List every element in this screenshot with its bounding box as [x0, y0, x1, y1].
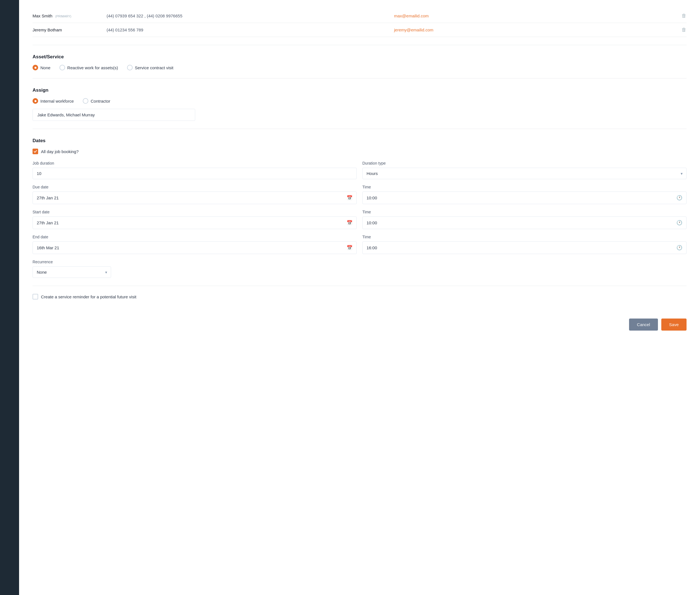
contact-name-text-1: Max Smith	[32, 13, 52, 18]
all-day-label: All day job booking?	[41, 149, 79, 154]
recurrence-select[interactable]: None Daily Weekly Monthly	[32, 266, 111, 278]
asset-none-label: None	[40, 65, 51, 70]
start-date-input-wrapper: 📅	[32, 217, 357, 229]
asset-service-contract-label: Service contract visit	[135, 65, 174, 70]
due-date-input-wrapper: 📅	[32, 192, 357, 204]
due-time-input[interactable]	[367, 195, 676, 200]
checkmark-icon	[34, 150, 37, 153]
start-time-clock-icon[interactable]: 🕐	[676, 220, 682, 226]
job-duration-input[interactable]	[32, 168, 357, 179]
asset-none-option[interactable]: None	[32, 65, 51, 70]
contact-email-1[interactable]: max@emailid.com	[394, 13, 675, 18]
start-time-group: Time 🕐	[362, 210, 687, 229]
all-day-checkbox[interactable]	[32, 149, 38, 154]
duration-type-select-wrapper: Hours Days Weeks	[362, 168, 687, 179]
dates-section-label: Dates	[32, 138, 687, 144]
start-time-input-wrapper: 🕐	[362, 217, 687, 229]
contact-phone-1: (44) 07939 654 322 , (44) 0208 9976655	[107, 13, 387, 18]
delete-contact-1[interactable]: 🗑	[681, 13, 687, 19]
start-date-calendar-icon[interactable]: 📅	[347, 220, 353, 226]
recurrence-group: Recurrence None Daily Weekly Monthly	[32, 260, 111, 278]
duration-type-group: Duration type Hours Days Weeks	[362, 161, 687, 179]
asset-reactive-option[interactable]: Reactive work for assets(s)	[59, 65, 118, 70]
start-date-label: Start date	[32, 210, 357, 214]
asset-reactive-radio[interactable]	[59, 65, 65, 70]
primary-badge-1: (PRIMARY)	[55, 15, 71, 18]
end-date-calendar-icon[interactable]: 📅	[347, 245, 353, 251]
due-time-label: Time	[362, 185, 687, 189]
due-date-row: Due date 📅 Time 🕐	[32, 185, 687, 204]
due-time-group: Time 🕐	[362, 185, 687, 204]
job-duration-group: Job duration	[32, 161, 357, 179]
contact-email-2[interactable]: jeremy@emailid.com	[394, 27, 675, 32]
assign-contractor-radio[interactable]	[83, 98, 88, 104]
job-duration-label: Job duration	[32, 161, 357, 165]
due-date-input[interactable]	[37, 195, 347, 200]
form-area: Max Smith (PRIMARY) (44) 07939 654 322 ,…	[19, 0, 700, 595]
end-time-clock-icon[interactable]: 🕐	[676, 245, 682, 251]
start-date-row: Start date 📅 Time 🕐	[32, 210, 687, 229]
assign-contractor-option[interactable]: Contractor	[83, 98, 110, 104]
assign-internal-radio[interactable]	[32, 98, 38, 104]
contact-phone-2: (44) 01234 556 789	[107, 27, 387, 32]
layout: Max Smith (PRIMARY) (44) 07939 654 322 ,…	[0, 0, 700, 595]
end-date-label: End date	[32, 235, 357, 239]
asset-service-section-label: Asset/Service	[32, 54, 687, 60]
assign-internal-label: Internal workforce	[40, 99, 74, 104]
start-date-input[interactable]	[37, 220, 347, 225]
start-time-label: Time	[362, 210, 687, 214]
contact-row-2: Jeremy Botham (44) 01234 556 789 jeremy@…	[32, 23, 687, 37]
contact-row-1: Max Smith (PRIMARY) (44) 07939 654 322 ,…	[32, 9, 687, 23]
save-button[interactable]: Save	[661, 318, 687, 331]
divider-1	[32, 45, 687, 45]
recurrence-label: Recurrence	[32, 260, 111, 264]
duration-row: Job duration Duration type Hours Days We…	[32, 161, 687, 179]
due-date-group: Due date 📅	[32, 185, 357, 204]
contact-name-text-2: Jeremy Botham	[32, 27, 62, 32]
cancel-button[interactable]: Cancel	[629, 318, 658, 331]
end-time-input-wrapper: 🕐	[362, 242, 687, 254]
asset-service-contract-option[interactable]: Service contract visit	[127, 65, 174, 70]
contact-name-1: Max Smith (PRIMARY)	[32, 13, 100, 18]
due-date-calendar-icon[interactable]: 📅	[347, 195, 353, 201]
recurrence-row: Recurrence None Daily Weekly Monthly	[32, 260, 687, 278]
service-reminder-label: Create a service reminder for a potentia…	[41, 294, 136, 299]
duration-type-select[interactable]: Hours Days Weeks	[362, 168, 687, 179]
asset-reactive-label: Reactive work for assets(s)	[67, 65, 118, 70]
divider-2	[32, 78, 687, 79]
start-date-group: Start date 📅	[32, 210, 357, 229]
end-date-group: End date 📅	[32, 235, 357, 254]
asset-service-contract-radio[interactable]	[127, 65, 133, 70]
footer-buttons: Cancel Save	[32, 313, 687, 331]
end-date-row: End date 📅 Time 🕐	[32, 235, 687, 254]
recurrence-select-wrapper: None Daily Weekly Monthly	[32, 266, 111, 278]
duration-type-label: Duration type	[362, 161, 687, 165]
delete-contact-2[interactable]: 🗑	[681, 27, 687, 33]
end-date-input-wrapper: 📅	[32, 242, 357, 254]
start-time-input[interactable]	[367, 220, 676, 225]
main-content: Max Smith (PRIMARY) (44) 07939 654 322 ,…	[19, 0, 700, 595]
assign-internal-option[interactable]: Internal workforce	[32, 98, 74, 104]
service-reminder-row: Create a service reminder for a potentia…	[32, 294, 687, 300]
end-time-label: Time	[362, 235, 687, 239]
contact-name-2: Jeremy Botham	[32, 27, 100, 32]
due-time-input-wrapper: 🕐	[362, 192, 687, 204]
service-reminder-checkbox[interactable]	[32, 294, 38, 300]
divider-4	[32, 286, 687, 286]
asset-service-radio-group: None Reactive work for assets(s) Service…	[32, 65, 687, 70]
end-time-input[interactable]	[367, 245, 676, 250]
assign-radio-group: Internal workforce Contractor	[32, 98, 687, 104]
end-date-input[interactable]	[37, 245, 347, 250]
sidebar	[0, 0, 19, 595]
workforce-input[interactable]	[32, 109, 195, 121]
due-date-label: Due date	[32, 185, 357, 189]
assign-contractor-label: Contractor	[91, 99, 110, 104]
asset-none-radio[interactable]	[32, 65, 38, 70]
assign-section-label: Assign	[32, 87, 687, 93]
due-time-clock-icon[interactable]: 🕐	[676, 195, 682, 201]
end-time-group: Time 🕐	[362, 235, 687, 254]
all-day-row: All day job booking?	[32, 149, 687, 154]
